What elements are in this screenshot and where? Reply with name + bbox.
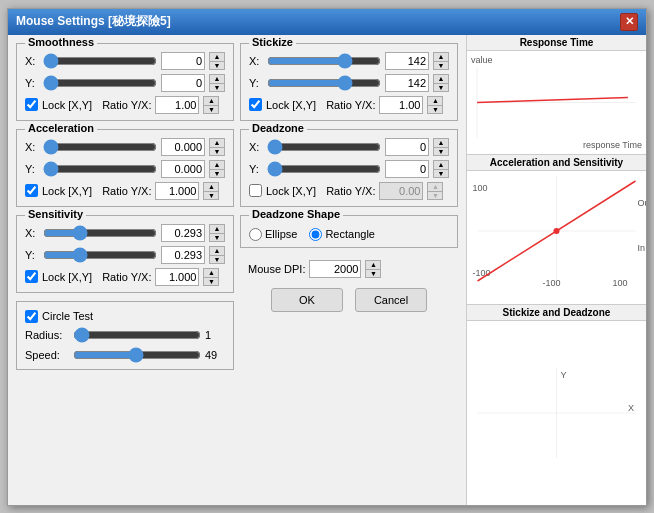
deadzone-y-spin-down[interactable]: ▼ [433,169,449,178]
deadzone-ratio-input[interactable]: 0.00 [379,182,423,200]
deadzone-x-spin-down[interactable]: ▼ [433,147,449,156]
stickize-y-spin-down[interactable]: ▼ [433,83,449,92]
speed-slider-container [73,347,201,363]
deadzone-x-spin-up[interactable]: ▲ [433,138,449,147]
smoothness-x-row: X: 0 ▲ ▼ [25,52,225,70]
stickize-x-input[interactable]: 142 [385,52,429,70]
rectangle-radio[interactable] [309,228,322,241]
stickize-x-spin-up[interactable]: ▲ [433,52,449,61]
acceleration-y-spin-down[interactable]: ▼ [209,169,225,178]
smoothness-x-input[interactable]: 0 [161,52,205,70]
sensitivity-x-slider-container [43,225,157,241]
rectangle-option: Rectangle [309,228,375,241]
acceleration-x-slider[interactable] [43,140,157,154]
circle-test-checkbox[interactable] [25,310,38,323]
stickize-ratio-input[interactable]: 1.00 [379,96,423,114]
dpi-spin-down[interactable]: ▼ [365,269,381,278]
stickize-ratio-label: Ratio Y/X: [326,99,375,111]
sensitivity-y-spin-up[interactable]: ▲ [209,246,225,255]
smoothness-ratio-spin-down[interactable]: ▼ [203,105,219,114]
dpi-spin: ▲ ▼ [365,260,381,278]
sensitivity-x-spin-up[interactable]: ▲ [209,224,225,233]
acceleration-ratio-input[interactable]: 1.000 [155,182,199,200]
acceleration-ratio-spin-up[interactable]: ▲ [203,182,219,191]
deadzone-x-input[interactable]: 0 [385,138,429,156]
stickize-ratio-spin-down[interactable]: ▼ [427,105,443,114]
smoothness-x-spin-up[interactable]: ▲ [209,52,225,61]
acceleration-ratio-label: Ratio Y/X: [102,185,151,197]
sensitivity-lock-checkbox[interactable] [25,270,38,283]
acceleration-lock-row: Lock [X,Y] Ratio Y/X: 1.000 ▲ ▼ [25,182,225,200]
acceleration-lock-checkbox[interactable] [25,184,38,197]
smoothness-x-spin-down[interactable]: ▼ [209,61,225,70]
sensitivity-x-input[interactable]: 0.293 [161,224,205,242]
deadzone-y-input[interactable]: 0 [385,160,429,178]
acceleration-x-spin-down[interactable]: ▼ [209,147,225,156]
top-groups: Smoothness X: 0 ▲ ▼ [8,35,466,374]
deadzone-x-slider[interactable] [267,140,381,154]
title-bar: Mouse Settings [秘境探險5] ✕ [8,9,646,35]
smoothness-y-slider[interactable] [43,76,157,90]
sensitivity-ratio-spin-up[interactable]: ▲ [203,268,219,277]
radius-label: Radius: [25,329,69,341]
smoothness-y-spin-up[interactable]: ▲ [209,74,225,83]
sensitivity-x-slider[interactable] [43,226,157,240]
accel-title: Acceleration and Sensitivity [467,155,646,171]
sensitivity-ratio-spin-down[interactable]: ▼ [203,277,219,286]
stickize-ratio-spin: ▲ ▼ [427,96,443,114]
acceleration-x-spin-up[interactable]: ▲ [209,138,225,147]
stickize-y-slider[interactable] [267,76,381,90]
stickize-x-slider[interactable] [267,54,381,68]
deadzone-title: Deadzone [249,122,307,134]
stickize-x-spin-down[interactable]: ▼ [433,61,449,70]
sensitivity-title: Sensitivity [25,208,86,220]
speed-slider[interactable] [73,348,201,362]
stickize-ratio-spin-up[interactable]: ▲ [427,96,443,105]
ok-button[interactable]: OK [271,288,343,312]
deadzone-ratio-spin-up[interactable]: ▲ [427,182,443,191]
smoothness-y-spin-down[interactable]: ▼ [209,83,225,92]
dpi-input[interactable]: 2000 [309,260,361,278]
sensitivity-ratio-label: Ratio Y/X: [102,271,151,283]
stickize-y-label: Y: [249,77,263,89]
deadzone-y-slider[interactable] [267,162,381,176]
deadzone-x-row: X: 0 ▲ ▼ [249,138,449,156]
deadzone-lock-checkbox[interactable] [249,184,262,197]
acceleration-y-input[interactable]: 0.000 [161,160,205,178]
smoothness-y-input[interactable]: 0 [161,74,205,92]
radius-slider[interactable] [73,328,201,342]
smoothness-title: Smoothness [25,36,97,48]
ellipse-radio[interactable] [249,228,262,241]
acceleration-y-slider[interactable] [43,162,157,176]
speed-row: Speed: 49 [25,347,225,363]
smoothness-lock-checkbox[interactable] [25,98,38,111]
dpi-spin-up[interactable]: ▲ [365,260,381,269]
acceleration-x-input[interactable]: 0.000 [161,138,205,156]
main-panel: Smoothness X: 0 ▲ ▼ [8,35,466,505]
sensitivity-y-row: Y: 0.293 ▲ ▼ [25,246,225,264]
smoothness-ratio-input[interactable]: 1.00 [155,96,199,114]
sensitivity-y-spin-down[interactable]: ▼ [209,255,225,264]
smoothness-ratio-spin-up[interactable]: ▲ [203,96,219,105]
acceleration-y-spin-up[interactable]: ▲ [209,160,225,169]
deadzone-y-slider-container [267,161,381,177]
deadzone-ratio-spin-down[interactable]: ▼ [427,191,443,200]
stickize-y-spin-up[interactable]: ▲ [433,74,449,83]
sensitivity-y-input[interactable]: 0.293 [161,246,205,264]
sensitivity-x-spin-down[interactable]: ▼ [209,233,225,242]
stickize-area: Y X [467,321,646,505]
acceleration-x-row: X: 0.000 ▲ ▼ [25,138,225,156]
cancel-button[interactable]: Cancel [355,288,427,312]
stickize-y-input[interactable]: 142 [385,74,429,92]
stickize-x-row: X: 142 ▲ ▼ [249,52,449,70]
deadzone-y-spin-up[interactable]: ▲ [433,160,449,169]
svg-text:X: X [628,402,634,412]
acceleration-ratio-spin-down[interactable]: ▼ [203,191,219,200]
ellipse-option: Ellipse [249,228,297,241]
smoothness-x-slider[interactable] [43,54,157,68]
stickize-lock-checkbox[interactable] [249,98,262,111]
close-button[interactable]: ✕ [620,13,638,31]
sensitivity-ratio-input[interactable]: 1.000 [155,268,199,286]
sensitivity-y-slider[interactable] [43,248,157,262]
response-chart-svg [467,51,646,154]
